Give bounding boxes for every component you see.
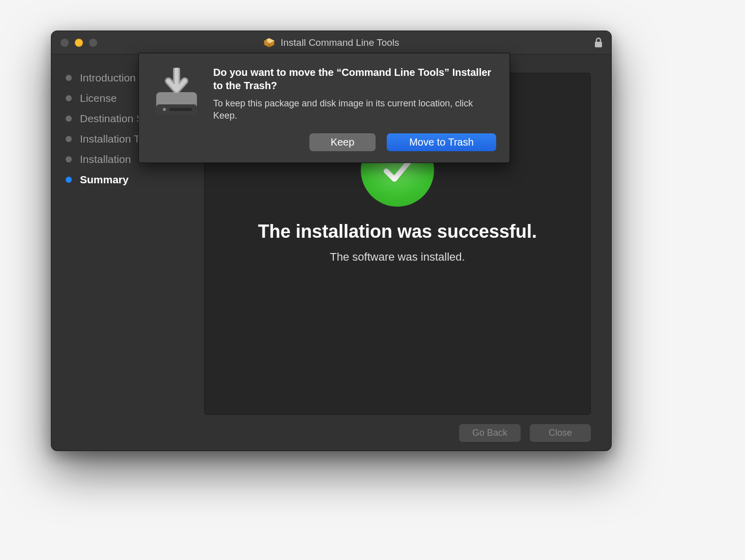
svg-rect-0: [595, 42, 602, 47]
dialog-description: To keep this package and disk image in i…: [213, 97, 496, 122]
keep-button[interactable]: Keep: [309, 133, 376, 151]
window-close-button[interactable]: [61, 39, 69, 47]
disk-download-icon: [152, 66, 201, 151]
move-to-trash-dialog: Do you want to move the “Command Line To…: [138, 53, 510, 163]
success-subtitle: The software was installed.: [330, 250, 465, 264]
step-bullet: [66, 177, 72, 183]
step-bullet: [66, 116, 72, 122]
titlebar: Install Command Line Tools: [51, 31, 611, 54]
close-button[interactable]: Close: [530, 424, 591, 442]
step-bullet: [66, 136, 72, 142]
step-bullet: [66, 156, 72, 162]
footer: Go Back Close: [51, 415, 611, 451]
step-bullet: [66, 75, 72, 81]
window-title: Install Command Line Tools: [280, 37, 399, 48]
package-icon: [263, 37, 275, 48]
lock-icon[interactable]: [594, 31, 603, 54]
move-to-trash-button[interactable]: Move to Trash: [387, 133, 496, 151]
success-title: The installation was successful.: [258, 221, 537, 242]
step-bullet: [66, 95, 72, 101]
svg-point-4: [163, 108, 166, 111]
go-back-button[interactable]: Go Back: [459, 424, 521, 442]
svg-rect-5: [169, 108, 192, 111]
traffic-lights: [51, 39, 97, 47]
title-center: Install Command Line Tools: [51, 37, 611, 48]
step-label: Introduction: [80, 72, 136, 84]
dialog-heading: Do you want to move the “Command Line To…: [213, 66, 496, 92]
step-label: Summary: [80, 174, 129, 186]
window-minimize-button[interactable]: [75, 39, 83, 47]
step-label: Installation: [80, 153, 131, 165]
step-label: License: [80, 92, 117, 104]
window-zoom-button[interactable]: [89, 39, 97, 47]
step-summary: Summary: [66, 174, 204, 186]
